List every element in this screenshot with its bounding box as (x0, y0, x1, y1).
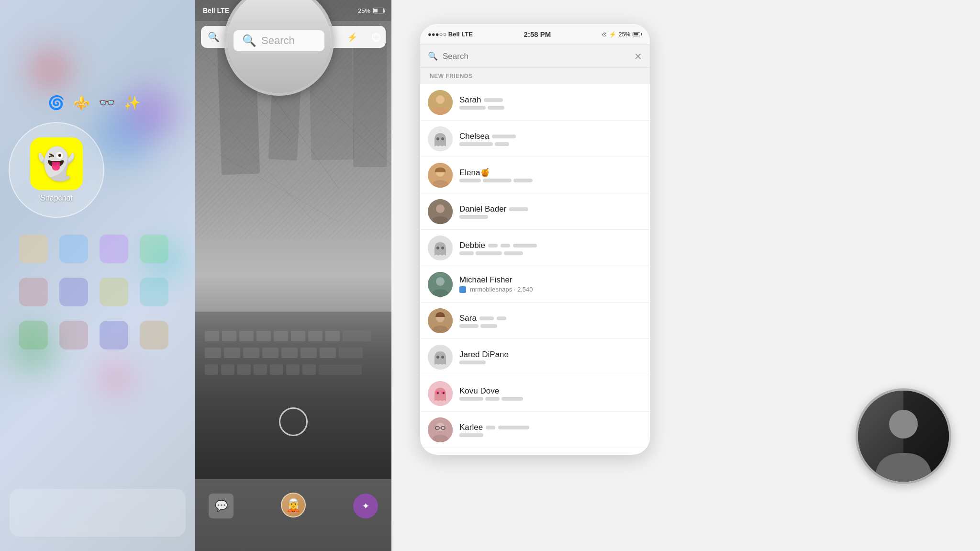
friend-row-debbie[interactable]: Debbie (420, 230, 650, 266)
status-bar-friends: ●●●○○ Bell LTE 2:58 PM ⊙ ⚡ 25% (420, 24, 650, 45)
search-bar-friends[interactable]: 🔍 ✕ (420, 45, 650, 68)
avatar-svg-elena (428, 163, 453, 188)
svg-line-5 (195, 141, 339, 222)
name-redact-1 (484, 98, 503, 102)
emoji-glasses: 👓 (99, 95, 115, 111)
friend-info-debbie: Debbie (459, 241, 642, 255)
friend-sub-sarah (459, 106, 642, 110)
avatar-daniel (428, 199, 453, 224)
status-right-friends: ⊙ ⚡ 25% (602, 31, 642, 38)
shutter-indicator (279, 407, 308, 436)
friend-info-michael: Michael Fisher mrmobilesnaps · 2,540 (459, 275, 642, 293)
friend-info-karlee: Karlee (459, 423, 642, 437)
avatar-svg-chelsea (428, 126, 453, 151)
friend-sub-jared (459, 360, 642, 364)
friend-name-chelsea: Chelsea (459, 132, 642, 141)
friend-sub-karlee (459, 433, 642, 437)
chelsea-name-text: Chelsea (459, 132, 489, 141)
friend-sub-sara (459, 324, 642, 328)
snap-icon-blue (459, 286, 466, 293)
svg-point-15 (436, 204, 445, 213)
friend-row-chelsea[interactable]: Chelsea (420, 121, 650, 157)
avatar-michael (428, 272, 453, 297)
friend-info-elena: Elena🍯 (459, 168, 642, 182)
friend-name-elena: Elena🍯 (459, 168, 642, 178)
avatar-elena (428, 163, 453, 188)
bluetooth-icon: ⚡ (609, 31, 616, 38)
battery-pct-friends: 25% (619, 31, 630, 38)
keyboard-keys-3 (205, 364, 382, 375)
friend-sub-chelsea (459, 142, 642, 146)
search-icon-friends: 🔍 (428, 51, 438, 61)
discover-button[interactable]: ✦ (353, 494, 378, 518)
chat-button[interactable]: 💬 (209, 494, 234, 518)
flash-icon[interactable]: ⚡ (344, 29, 361, 46)
friend-sub-michael: mrmobilesnaps · 2,540 (459, 286, 642, 293)
app-placeholder (100, 235, 128, 263)
user-avatar[interactable]: 🧝 (281, 493, 306, 517)
app-placeholder (59, 278, 88, 306)
svg-point-17 (436, 247, 439, 249)
app-placeholder (59, 235, 88, 263)
friend-info-kovu: Kovu Dove (459, 386, 642, 401)
emoji-fleur: ⚜️ (73, 95, 90, 111)
svg-point-24 (436, 356, 439, 359)
friend-name-daniel: Daniel Bader (459, 204, 642, 214)
flip-camera-icon[interactable] (368, 29, 385, 46)
app-row-2 (19, 278, 168, 306)
avatar-sarah (428, 90, 453, 115)
friend-name-kovu: Kovu Dove (459, 386, 642, 396)
friend-name-debbie: Debbie (459, 241, 642, 250)
avatar-karlee (428, 417, 453, 442)
svg-point-11 (441, 137, 444, 140)
snapchat-icon-bg: 👻 (30, 137, 83, 190)
avatar-chelsea (428, 126, 453, 151)
friend-info-sarah: Sarah (459, 95, 642, 110)
emoji-sparkle: ✨ (124, 95, 141, 111)
snapchat-app-label: Snapchat (40, 194, 73, 202)
app-placeholder (140, 235, 168, 263)
snapchat-ghost-icon: 👻 (37, 148, 76, 179)
friend-row-jared[interactable]: Jared DiPane (420, 339, 650, 375)
svg-point-30 (443, 392, 445, 394)
app-placeholder (19, 278, 48, 306)
close-button-friends[interactable]: ✕ (634, 51, 642, 62)
app-placeholder (19, 321, 48, 349)
time-friends: 2:58 PM (524, 30, 551, 38)
chat-icon: 💬 (215, 500, 228, 512)
svg-point-18 (441, 247, 444, 249)
friend-row-karlee[interactable]: Karlee (420, 412, 650, 448)
carrier-friends: ●●●○○ Bell LTE (428, 31, 473, 38)
search-icon: 🔍 (208, 31, 220, 43)
avatar-emoji: 🧝 (282, 494, 305, 517)
app-placeholder (100, 321, 128, 349)
keyboard-keys-2 (205, 348, 382, 358)
avatar-svg-karlee (428, 417, 453, 442)
friend-row-michael[interactable]: Michael Fisher mrmobilesnaps · 2,540 (420, 266, 650, 303)
carrier-text: Bell LTE (203, 7, 229, 14)
friend-row-kovu[interactable]: Kovu Dove (420, 375, 650, 412)
app-row-1 (19, 235, 168, 263)
avatar-svg-sarah (428, 90, 453, 115)
snapchat-app-circle[interactable]: 👻 Snapchat (9, 122, 104, 218)
status-right-group: 25% (358, 7, 384, 14)
friend-row-sara[interactable]: Sara (420, 303, 650, 339)
friend-row-daniel[interactable]: Daniel Bader (420, 193, 650, 230)
top-right-icons: ⚡ (344, 29, 385, 46)
search-input-friends[interactable] (443, 52, 629, 61)
home-screen-panel: 🌀 ⚜️ 👓 ✨ 👻 Snapchat (0, 0, 195, 551)
discover-icon: ✦ (362, 500, 370, 512)
friend-row-sarah[interactable]: Sarah (420, 84, 650, 121)
friend-row-elena[interactable]: Elena🍯 (420, 157, 650, 193)
keyboard-area (195, 312, 391, 479)
svg-point-29 (437, 392, 439, 394)
friend-info-sara: Sara (459, 314, 642, 328)
friend-sub-kovu (459, 397, 642, 401)
svg-point-10 (436, 137, 439, 140)
name-redact-2 (492, 135, 516, 138)
magnifier-inner: 🔍 Search (227, 0, 331, 93)
mag-search-text: Search (261, 34, 295, 47)
app-placeholder (140, 278, 168, 306)
friend-sub-debbie (459, 251, 642, 255)
avatar-svg-sara (428, 308, 453, 333)
